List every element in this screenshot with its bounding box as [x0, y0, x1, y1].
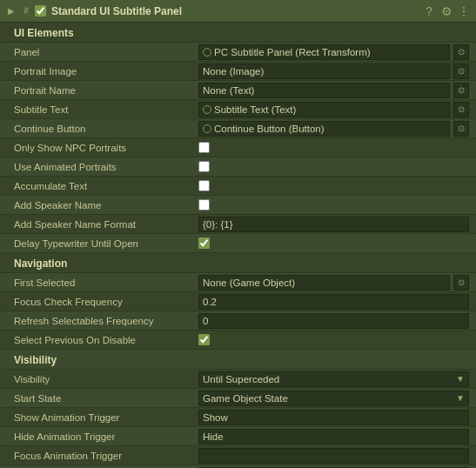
label-show-animation-trigger: Show Animation Trigger [7, 412, 198, 423]
dropdown-visibility-text: Until Superceded [203, 374, 279, 384]
settings-button[interactable]: ⚙ [439, 4, 453, 18]
field-text-first-selected: None (Game Object) [203, 277, 446, 288]
row-hide-animation-trigger: Hide Animation Trigger [0, 427, 476, 446]
field-portrait-image[interactable]: None (Image) [198, 64, 450, 79]
dropdown-start-state[interactable]: Game Object State ▼ [198, 391, 469, 406]
row-portrait-name: Portrait Name None (Text) ⊙ [0, 81, 476, 100]
row-use-animated-portraits: Use Animated Portraits [0, 157, 476, 177]
checkbox-select-previous-on-disable[interactable] [198, 334, 210, 345]
row-focus-animation-trigger: Focus Animation Trigger [0, 446, 476, 465]
section-visibility: Visibility [0, 350, 476, 370]
label-start-state: Start State [7, 393, 198, 404]
label-select-previous-on-disable: Select Previous On Disable [7, 335, 198, 345]
select-subtitle-text-button[interactable]: ⊙ [453, 102, 469, 117]
value-subtitle-text: Subtitle Text (Text) ⊙ [198, 102, 469, 117]
label-accumulate-text: Accumulate Text [7, 181, 198, 191]
label-portrait-image: Portrait Image [7, 66, 198, 77]
collapse-icon[interactable]: ▶ [5, 5, 17, 17]
dropdown-visibility[interactable]: Until Superceded ▼ [198, 371, 469, 387]
row-add-speaker-name-format: Add Speaker Name Format [0, 215, 476, 234]
checkbox-accumulate-text[interactable] [198, 180, 210, 191]
label-continue-button: Continue Button [7, 124, 198, 134]
row-first-selected: First Selected None (Game Object) ⊙ [0, 273, 476, 292]
label-add-speaker-name-format: Add Speaker Name Format [7, 219, 198, 230]
row-panel: Panel PC Subtitle Panel (Rect Transform)… [0, 43, 476, 62]
row-start-state: Start State Game Object State ▼ [0, 389, 476, 408]
value-portrait-name: None (Text) ⊙ [198, 83, 469, 98]
value-continue-button: Continue Button (Button) ⊙ [198, 121, 469, 137]
select-continue-button-button[interactable]: ⊙ [453, 121, 469, 137]
label-focus-animation-trigger: Focus Animation Trigger [7, 451, 198, 461]
input-add-speaker-name-format[interactable] [198, 217, 469, 232]
panel-container: ▶ # Standard UI Subtitle Panel ? ⚙ ⋮ UI … [0, 0, 476, 468]
dropdown-visibility-arrow: ▼ [456, 374, 465, 384]
label-add-speaker-name: Add Speaker Name [7, 200, 198, 211]
row-delay-typewriter: Delay Typewriter Until Open [0, 234, 476, 253]
circle-icon-subtitle [203, 105, 211, 114]
checkbox-use-animated-portraits[interactable] [198, 161, 210, 172]
more-button[interactable]: ⋮ [457, 4, 471, 18]
label-first-selected: First Selected [7, 277, 198, 288]
panel-header: ▶ # Standard UI Subtitle Panel ? ⚙ ⋮ [0, 0, 476, 23]
input-hide-animation-trigger[interactable] [198, 429, 469, 445]
select-portrait-image-button[interactable]: ⊙ [453, 64, 469, 79]
checkbox-add-speaker-name[interactable] [198, 199, 210, 211]
row-portrait-image: Portrait Image None (Image) ⊙ [0, 62, 476, 81]
label-visibility: Visibility [7, 374, 198, 384]
row-accumulate-text: Accumulate Text [0, 177, 476, 196]
select-portrait-name-button[interactable]: ⊙ [453, 83, 469, 98]
label-use-animated-portraits: Use Animated Portraits [7, 162, 198, 172]
row-refresh-selectables-frequency: Refresh Selectables Frequency [0, 311, 476, 331]
section-ui-elements-label: UI Elements [7, 23, 81, 41]
label-portrait-name: Portrait Name [7, 85, 198, 96]
value-start-state: Game Object State ▼ [198, 391, 469, 406]
field-text-subtitle-text: Subtitle Text (Text) [214, 104, 446, 115]
checkbox-delay-typewriter[interactable] [198, 237, 210, 249]
select-panel-button[interactable]: ⊙ [453, 44, 469, 60]
value-hide-animation-trigger [198, 429, 469, 445]
circle-icon-continue [203, 124, 211, 133]
value-portrait-image: None (Image) ⊙ [198, 64, 469, 79]
component-enabled-checkbox[interactable] [35, 5, 46, 17]
field-first-selected[interactable]: None (Game Object) [198, 275, 450, 291]
input-focus-check-frequency[interactable] [198, 294, 469, 310]
row-add-speaker-name: Add Speaker Name [0, 196, 476, 215]
row-continue-button: Continue Button Continue Button (Button)… [0, 119, 476, 138]
value-first-selected: None (Game Object) ⊙ [198, 275, 469, 291]
section-navigation: Navigation [0, 253, 476, 273]
value-use-animated-portraits [198, 161, 469, 172]
value-add-speaker-name [198, 199, 469, 211]
field-text-portrait-image: None (Image) [203, 66, 446, 77]
select-first-selected-button[interactable]: ⊙ [453, 275, 469, 291]
field-continue-button[interactable]: Continue Button (Button) [198, 121, 450, 137]
value-refresh-selectables-frequency [198, 313, 469, 329]
value-select-previous-on-disable [198, 334, 469, 345]
field-text-portrait-name: None (Text) [203, 85, 446, 96]
label-focus-check-frequency: Focus Check Frequency [7, 297, 198, 307]
field-panel[interactable]: PC Subtitle Panel (Rect Transform) [198, 44, 450, 60]
label-refresh-selectables-frequency: Refresh Selectables Frequency [7, 316, 198, 326]
checkbox-only-show-npc-portraits[interactable] [198, 142, 210, 153]
field-portrait-name[interactable]: None (Text) [198, 83, 450, 98]
header-icons: ▶ # [5, 5, 46, 17]
row-show-animation-trigger: Show Animation Trigger [0, 408, 476, 427]
label-only-show-npc-portraits: Only Show NPC Portraits [7, 143, 198, 153]
value-show-animation-trigger [198, 410, 469, 425]
header-actions: ? ⚙ ⋮ [422, 4, 471, 18]
input-refresh-selectables-frequency[interactable] [198, 313, 469, 329]
section-visibility-label: Visibility [7, 351, 64, 368]
value-accumulate-text [198, 180, 469, 191]
input-focus-animation-trigger[interactable] [198, 448, 469, 464]
row-only-show-npc-portraits: Only Show NPC Portraits [0, 138, 476, 157]
section-ui-elements: UI Elements [0, 23, 476, 43]
dropdown-start-state-arrow: ▼ [456, 393, 465, 403]
label-hide-animation-trigger: Hide Animation Trigger [7, 431, 198, 442]
help-button[interactable]: ? [422, 4, 436, 18]
dropdown-start-state-text: Game Object State [203, 393, 288, 404]
row-select-previous-on-disable: Select Previous On Disable [0, 331, 476, 350]
section-navigation-label: Navigation [7, 254, 74, 271]
field-subtitle-text[interactable]: Subtitle Text (Text) [198, 102, 450, 117]
value-panel: PC Subtitle Panel (Rect Transform) ⊙ [198, 44, 469, 60]
input-show-animation-trigger[interactable] [198, 410, 469, 425]
label-delay-typewriter: Delay Typewriter Until Open [7, 238, 198, 249]
